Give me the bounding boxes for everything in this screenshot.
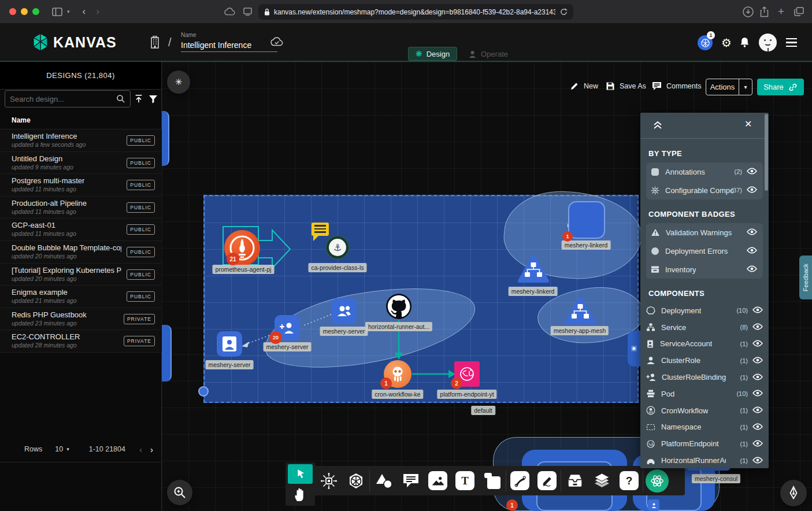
node-app-mesh-service[interactable] <box>564 296 596 327</box>
component-row-namespace[interactable]: Namespace (1) <box>640 419 769 436</box>
freehand-draw-tool[interactable] <box>533 471 561 490</box>
search-input[interactable] <box>5 95 116 103</box>
drawer-tool[interactable] <box>561 473 588 488</box>
ca-provider-label[interactable]: ca-provider-class-ls <box>308 263 366 272</box>
design-row[interactable]: Redis PHP Guestbookupdated 23 minutes ag… <box>0 308 162 331</box>
new-tab-icon[interactable]: + <box>778 5 784 18</box>
visibility-eye-icon[interactable] <box>752 339 763 349</box>
visibility-eye-icon[interactable] <box>747 185 757 195</box>
design-name-input[interactable] <box>181 40 277 52</box>
layers-tool[interactable] <box>588 472 616 489</box>
visibility-eye-icon[interactable] <box>752 422 763 432</box>
cluster-role-binding-label[interactable]: meshery-server <box>264 342 312 351</box>
actionbar-new[interactable]: New <box>570 82 598 91</box>
visibility-eye-icon[interactable] <box>752 388 763 399</box>
component-row-service[interactable]: Service (8) <box>640 319 769 336</box>
platform-endpoint-label[interactable]: platform-endpoint-yt <box>437 390 496 399</box>
sticky-note-tool[interactable] <box>479 472 506 490</box>
visibility-eye-icon[interactable] <box>752 439 763 449</box>
downloads-icon[interactable] <box>743 6 754 17</box>
badge-row-inventory[interactable]: Inventory <box>646 260 763 279</box>
component-row-serviceaccount[interactable]: ServiceAccount (1) <box>640 336 769 353</box>
close-window-button[interactable] <box>9 8 16 15</box>
node-horizontal-runner[interactable] <box>386 294 411 319</box>
component-row-pod[interactable]: Pod (10) <box>640 386 769 402</box>
design-row[interactable]: Untitled Designupdated 9 minutes agoPUBL… <box>0 152 162 175</box>
horizontal-runner-label[interactable]: horizontal-runner-aut... <box>365 322 432 331</box>
panel-scrollbar[interactable] <box>765 114 768 191</box>
component-row-clusterrolebinding[interactable]: ClusterRoleBinding (1) <box>640 369 769 386</box>
visibility-eye-icon[interactable] <box>747 166 757 177</box>
share-button[interactable]: Share <box>757 79 804 95</box>
forward-button[interactable]: › <box>96 6 99 17</box>
canvas-menu-button[interactable]: ✳ <box>167 71 190 94</box>
caret-down-icon[interactable]: ▾ <box>66 446 69 452</box>
visibility-eye-icon[interactable] <box>747 264 757 275</box>
kubernetes-components-tool[interactable] <box>342 472 369 490</box>
icloud-tab-icon[interactable] <box>224 8 235 16</box>
help-tool[interactable]: ? <box>616 471 643 490</box>
search-icon[interactable] <box>116 94 125 103</box>
zoom-button[interactable] <box>167 480 192 505</box>
tab-operate[interactable]: Operate <box>461 47 515 61</box>
component-row-platformendpoint[interactable]: PlatformEndpoint (1) <box>640 435 769 452</box>
kanvas-wordmark[interactable]: KANVAS <box>53 34 117 51</box>
design-row[interactable]: EC2-CONTROLLERupdated 28 minutes agoPRIV… <box>0 330 162 353</box>
annotation-pen-button[interactable] <box>780 480 807 506</box>
address-bar[interactable]: kanvas.new/extension/meshmap?mode=design… <box>258 4 573 20</box>
visibility-eye-icon[interactable] <box>752 405 763 416</box>
kubernetes-status-button[interactable]: 1 <box>698 35 713 50</box>
settings-gear-icon[interactable]: ⚙ <box>721 36 732 50</box>
prometheus-label[interactable]: prometheus-agent-pj <box>213 265 275 274</box>
design-row[interactable]: Production-alt Pipelineupdated 11 minute… <box>0 197 162 219</box>
design-row[interactable]: [Tutorial] Exploring Kubernetes Podupdat… <box>0 264 162 286</box>
shapes-tool[interactable] <box>370 473 397 489</box>
visibility-eye-icon[interactable] <box>752 372 763 383</box>
tab-design[interactable]: ❋ Design <box>408 47 457 61</box>
filter-icon[interactable] <box>147 92 160 106</box>
organization-icon[interactable] <box>149 36 161 49</box>
app-mesh-service-label[interactable]: meshery-app-mesh <box>551 326 609 335</box>
component-row-clusterrole[interactable]: ClusterRole (1) <box>640 352 769 369</box>
meshery-dock-button[interactable] <box>643 469 670 493</box>
visibility-eye-icon[interactable] <box>752 456 763 466</box>
node-ca-provider[interactable]: ⚓ <box>325 235 350 260</box>
pan-tool-button[interactable] <box>293 486 308 503</box>
close-panel-icon[interactable]: ✕ <box>744 119 752 129</box>
caret-down-icon[interactable]: ▾ <box>739 84 752 90</box>
namespace-label[interactable]: default <box>471 406 495 415</box>
layer-row-annotations[interactable]: Annotations (2) <box>646 162 763 181</box>
design-row[interactable]: Postgres multi-masterupdated 11 minutes … <box>0 174 162 197</box>
feedback-tab[interactable]: Feedback <box>799 255 812 299</box>
collapse-panel-icon[interactable] <box>653 120 662 130</box>
service-account-label[interactable]: meshery-server <box>206 360 254 369</box>
design-search[interactable] <box>5 90 131 108</box>
select-tool-button[interactable] <box>288 464 313 484</box>
image-tool[interactable] <box>424 471 451 490</box>
layer-row-configurable[interactable]: Configurable Components (37) <box>646 181 763 199</box>
tab-overview-icon[interactable] <box>794 7 804 16</box>
hamburger-menu-icon[interactable] <box>786 38 797 47</box>
consul-label[interactable]: meshery-consul <box>692 474 740 483</box>
text-tool[interactable]: T <box>451 471 479 490</box>
tab-overview-caret-icon[interactable]: ▾ <box>67 9 70 14</box>
user-avatar[interactable] <box>759 34 777 51</box>
minimize-window-button[interactable] <box>21 8 28 15</box>
actionbar-save-as[interactable]: Save As <box>606 82 646 91</box>
kanvas-logo-icon[interactable] <box>32 33 49 51</box>
linkerd-deployment-label[interactable]: meshery-linkerd <box>562 240 611 250</box>
visibility-eye-icon[interactable] <box>752 356 763 366</box>
bezier-pen-tool[interactable] <box>506 471 533 490</box>
node-service-account[interactable] <box>217 331 242 357</box>
actions-dropdown-button[interactable]: Actions ▾ <box>706 79 752 95</box>
refresh-icon[interactable] <box>560 8 568 16</box>
import-design-icon[interactable] <box>132 92 145 106</box>
prev-page-button[interactable]: ‹ <box>139 445 142 454</box>
column-header-name[interactable]: Name <box>12 116 31 124</box>
visibility-eye-icon[interactable] <box>752 322 763 332</box>
share-page-icon[interactable] <box>760 6 769 17</box>
rows-per-page-select[interactable]: 10 <box>55 445 63 453</box>
visibility-eye-icon[interactable] <box>747 246 757 256</box>
design-row[interactable]: Enigma exampleupdated 21 minutes agoPUBL… <box>0 286 162 308</box>
design-row[interactable]: Intelligent Inferenceupdated a few secon… <box>0 129 162 152</box>
